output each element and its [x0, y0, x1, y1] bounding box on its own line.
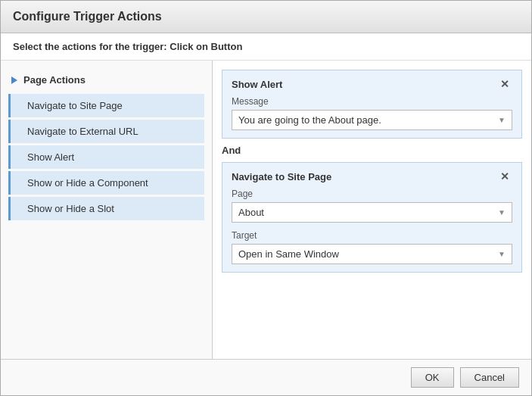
and-separator: And — [222, 145, 522, 156]
collapse-icon — [11, 76, 17, 84]
dialog-header: Configure Trigger Actions — [1, 1, 531, 33]
action-item-show-alert[interactable]: Show Alert — [8, 145, 204, 169]
dialog-footer: OK Cancel — [1, 359, 531, 395]
message-value: You are going to the About page. — [238, 114, 381, 126]
navigate-site-page-card-header: Navigate to Site Page ✕ — [232, 170, 512, 182]
dialog-subheader: Select the actions for the trigger: Clic… — [1, 33, 531, 61]
right-panel: Show Alert ✕ Message You are going to th… — [213, 61, 531, 359]
show-alert-card: Show Alert ✕ Message You are going to th… — [222, 70, 522, 139]
section-header: Page Actions — [1, 68, 212, 92]
message-dropdown[interactable]: You are going to the About page. ▼ — [232, 110, 512, 130]
message-label: Message — [232, 96, 512, 107]
action-item-navigate-external-url[interactable]: Navigate to External URL — [8, 120, 204, 143]
show-alert-close-button[interactable]: ✕ — [497, 78, 512, 90]
trigger-name: Click on Button — [170, 41, 242, 52]
configure-trigger-dialog: Configure Trigger Actions Select the act… — [0, 0, 532, 396]
subheader-prefix: Select the actions for the trigger: — [13, 41, 170, 52]
page-dropdown[interactable]: About ▼ — [232, 202, 512, 223]
page-label: Page — [232, 189, 512, 199]
action-item-show-hide-slot[interactable]: Show or Hide a Slot — [8, 197, 204, 220]
target-dropdown-arrow: ▼ — [498, 250, 506, 258]
navigate-site-page-title: Navigate to Site Page — [232, 171, 331, 182]
dialog-body: Page Actions Navigate to Site Page Navig… — [1, 61, 531, 359]
show-alert-title: Show Alert — [232, 79, 282, 90]
page-dropdown-arrow: ▼ — [498, 208, 506, 217]
target-label: Target — [232, 230, 512, 241]
action-item-navigate-site-page[interactable]: Navigate to Site Page — [8, 94, 204, 117]
page-value: About — [238, 207, 264, 218]
message-dropdown-arrow: ▼ — [498, 116, 506, 124]
action-item-show-hide-component[interactable]: Show or Hide a Component — [8, 171, 204, 195]
navigate-site-page-close-button[interactable]: ✕ — [497, 170, 512, 182]
show-alert-card-header: Show Alert ✕ — [232, 78, 512, 90]
left-panel: Page Actions Navigate to Site Page Navig… — [1, 61, 213, 359]
navigate-site-page-card: Navigate to Site Page ✕ Page About ▼ Tar… — [222, 162, 522, 273]
dialog-title: Configure Trigger Actions — [13, 10, 519, 23]
ok-button[interactable]: OK — [411, 367, 454, 388]
target-dropdown[interactable]: Open in Same Window ▼ — [232, 244, 512, 264]
target-value: Open in Same Window — [238, 248, 339, 260]
section-title: Page Actions — [23, 74, 86, 86]
cancel-button[interactable]: Cancel — [460, 367, 519, 388]
